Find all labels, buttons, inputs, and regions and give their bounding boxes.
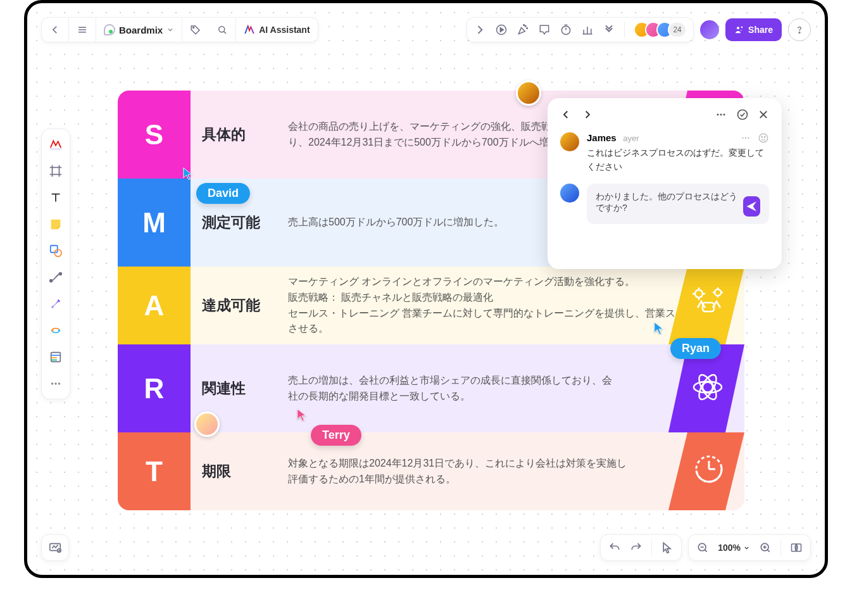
current-user-avatar[interactable] xyxy=(700,20,719,39)
cursor-ryan-icon xyxy=(653,321,665,335)
more-tools-icon[interactable] xyxy=(603,23,615,36)
collaborator-avatars[interactable]: 24 xyxy=(634,22,687,38)
floating-avatar xyxy=(194,412,220,437)
connector-tool[interactable] xyxy=(47,268,65,286)
svg-point-39 xyxy=(54,382,56,384)
back-button[interactable] xyxy=(42,17,68,42)
svg-point-65 xyxy=(759,134,768,142)
svg-line-5 xyxy=(224,32,226,34)
svg-point-38 xyxy=(51,382,53,384)
pointer-tool-button[interactable] xyxy=(661,541,673,554)
svg-point-62 xyxy=(742,137,743,139)
svg-point-59 xyxy=(738,110,748,120)
reply-input[interactable]: わかりました。他のプロセスはどうですか? xyxy=(587,184,769,224)
svg-marker-51 xyxy=(668,432,744,510)
svg-point-58 xyxy=(724,114,725,116)
comment-panel: James ayer これはビジネスプロセスのはずだ。変更してください わかりま… xyxy=(548,98,782,269)
avatar-count: 24 xyxy=(668,22,687,38)
play-icon[interactable] xyxy=(495,23,508,36)
smart-label: 期限 xyxy=(202,462,288,481)
timer-icon[interactable] xyxy=(560,23,572,36)
share-label: Share xyxy=(748,25,773,35)
shape-tool[interactable] xyxy=(47,242,65,260)
search-button[interactable] xyxy=(209,17,235,42)
comment-close-button[interactable] xyxy=(758,109,769,120)
cursor-chip-david: David xyxy=(196,183,250,204)
svg-point-66 xyxy=(761,137,763,138)
comment-body: これはビジネスプロセスのはずだ。変更してください xyxy=(587,146,769,173)
board-title[interactable]: Boardmix xyxy=(96,17,182,42)
presentation-button[interactable] xyxy=(41,534,69,561)
pen-tool[interactable] xyxy=(47,295,65,313)
smart-desc: 売上の増加は、会社の利益と市場シェアの成長に直接関係しており、会社の長期的な開発… xyxy=(288,373,617,405)
zoom-level[interactable]: 100% xyxy=(718,543,750,553)
redo-button[interactable] xyxy=(630,541,642,554)
smart-row-t[interactable]: T 期限 対象となる期限は2024年12月31日であり、これにより会社は対策を実… xyxy=(118,432,744,510)
svg-point-18 xyxy=(737,27,739,29)
reply-text: わかりました。他のプロセスはどうですか? xyxy=(596,191,743,214)
zoom-in-button[interactable] xyxy=(759,541,772,554)
mindmap-tool[interactable] xyxy=(47,322,65,339)
svg-point-57 xyxy=(720,114,722,116)
svg-point-11 xyxy=(561,26,570,34)
emoji-icon[interactable] xyxy=(758,132,769,144)
ai-assistant-button[interactable]: AI Assistant xyxy=(236,17,317,42)
send-button[interactable] xyxy=(743,196,760,217)
svg-point-3 xyxy=(193,27,194,28)
svg-marker-42 xyxy=(668,267,744,344)
share-button[interactable]: Share xyxy=(725,18,782,41)
undo-button[interactable] xyxy=(608,541,621,554)
comment-more-button[interactable] xyxy=(715,108,727,121)
board-title-text: Boardmix xyxy=(119,25,163,35)
frame-tool[interactable] xyxy=(47,162,65,180)
smart-row-a[interactable]: A 達成可能 マーケティング オンラインとオフラインのマーケティング活動を強化す… xyxy=(118,267,744,344)
sticky-note-tool[interactable] xyxy=(47,215,65,233)
tag-button[interactable] xyxy=(182,17,209,42)
svg-line-76 xyxy=(767,550,769,551)
smart-desc: 対象となる期限は2024年12月31日であり、これにより会社は対策を実施し評価す… xyxy=(288,456,630,487)
smart-letter: S xyxy=(118,91,191,179)
smart-label: 測定可能 xyxy=(202,213,288,232)
comment-resolve-button[interactable] xyxy=(736,108,749,121)
comment-icon[interactable] xyxy=(538,23,551,36)
chart-icon[interactable] xyxy=(581,23,594,36)
ai-assistant-label: AI Assistant xyxy=(259,25,310,35)
more-tools[interactable] xyxy=(47,375,65,393)
chevron-right-icon[interactable] xyxy=(473,23,486,36)
smart-letter: R xyxy=(118,344,191,432)
svg-point-31 xyxy=(60,273,62,275)
smart-label: 達成可能 xyxy=(202,296,288,315)
comment-prev-button[interactable] xyxy=(560,109,572,120)
svg-point-56 xyxy=(717,114,719,116)
svg-point-63 xyxy=(745,137,746,139)
cursor-david-icon xyxy=(182,167,194,180)
smart-label: 関連性 xyxy=(202,379,288,398)
zoom-out-button[interactable] xyxy=(696,541,709,554)
svg-point-33 xyxy=(58,329,61,332)
help-button[interactable] xyxy=(788,18,811,41)
svg-point-10 xyxy=(523,25,525,26)
message-more-icon[interactable] xyxy=(740,132,751,144)
reply-avatar xyxy=(560,184,579,203)
svg-rect-21 xyxy=(50,148,61,151)
template-tool[interactable] xyxy=(47,348,65,366)
svg-point-19 xyxy=(741,27,743,28)
confetti-icon[interactable] xyxy=(517,23,529,36)
comment-author: James xyxy=(587,132,617,143)
svg-marker-7 xyxy=(500,28,503,32)
text-tool[interactable] xyxy=(47,189,65,206)
cursor-chip-ryan: Ryan xyxy=(670,338,721,359)
menu-button[interactable] xyxy=(69,17,96,42)
top-toolbar-right: 24 Share xyxy=(467,17,811,42)
svg-point-40 xyxy=(58,382,60,384)
minimap-button[interactable] xyxy=(790,541,803,554)
left-toolbox xyxy=(41,129,70,399)
comment-next-button[interactable] xyxy=(582,109,593,120)
bottom-toolbar: 100% xyxy=(600,534,811,561)
smart-letter: A xyxy=(118,267,191,344)
top-toolbar-left: Boardmix AI Assistant xyxy=(41,17,318,42)
logo-tool[interactable] xyxy=(46,135,66,153)
svg-point-64 xyxy=(748,137,749,139)
smart-letter: T xyxy=(118,432,191,510)
chevron-down-icon xyxy=(743,544,750,551)
